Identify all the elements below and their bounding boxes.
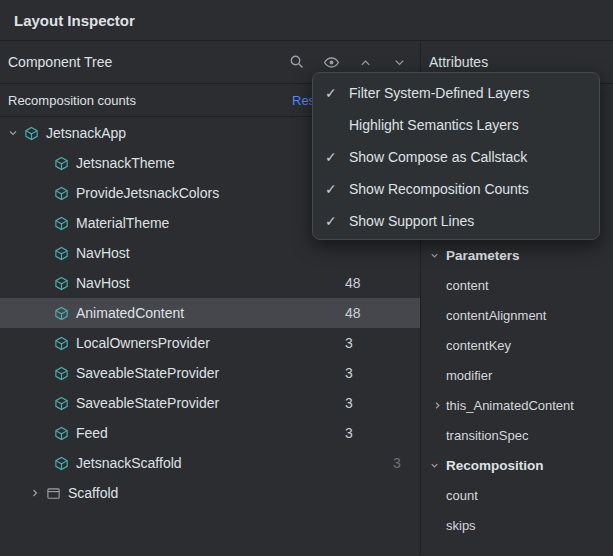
page-title: Layout Inspector: [14, 12, 135, 29]
menu-item-filter-system-defined-layers[interactable]: ✓ Filter System-Defined Layers: [313, 77, 599, 109]
tree-node-label: MaterialTheme: [76, 215, 169, 231]
tree-row-navhost-1[interactable]: NavHost: [0, 238, 420, 268]
chevron-right-icon[interactable]: [26, 484, 44, 502]
attr-label: contentAlignment: [446, 308, 546, 323]
tree-node-label: ProvideJetsnackColors: [76, 185, 219, 201]
checkmark-icon: ✓: [325, 85, 349, 101]
tree-node-label: Scaffold: [68, 485, 118, 501]
compose-node-icon: [52, 304, 70, 322]
menu-item-show-compose-as-callstack[interactable]: ✓ Show Compose as Callstack: [313, 141, 599, 173]
compose-node-icon: [52, 184, 70, 202]
tree-node-label: JetsnackScaffold: [76, 455, 182, 471]
compose-node-icon: [52, 364, 70, 382]
menu-item-show-support-lines[interactable]: ✓ Show Support Lines: [313, 205, 599, 237]
attr-label: count: [446, 488, 478, 503]
attr-row-transitionspec[interactable]: transitionSpec: [421, 420, 613, 450]
tree-row-feed[interactable]: Feed 3: [0, 418, 420, 448]
attr-row-skips[interactable]: skips: [421, 510, 613, 540]
component-tree-title: Component Tree: [8, 54, 112, 70]
compose-node-icon: [52, 334, 70, 352]
tree-node-label: JetsnackTheme: [76, 155, 175, 171]
view-options-menu: ✓ Filter System-Defined Layers Highlight…: [312, 72, 600, 240]
search-icon[interactable]: [284, 49, 310, 75]
recomposition-skips-count: 3: [393, 455, 401, 471]
chevron-right-icon[interactable]: [430, 398, 444, 412]
attr-label: this_AnimatedContent: [446, 398, 574, 413]
menu-item-show-recomposition-counts[interactable]: ✓ Show Recomposition Counts: [313, 173, 599, 205]
attr-row-count[interactable]: count: [421, 480, 613, 510]
compose-node-icon: [52, 274, 70, 292]
tree-node-label: NavHost: [76, 245, 130, 261]
recomposition-count: 48: [345, 305, 361, 321]
recomposition-count: 3: [345, 395, 353, 411]
compose-node-icon: [52, 454, 70, 472]
tree-node-label: SaveableStateProvider: [76, 365, 219, 381]
compose-node-icon: [52, 424, 70, 442]
compose-node-icon: [52, 394, 70, 412]
tree-row-localownersprovider[interactable]: LocalOwnersProvider 3: [0, 328, 420, 358]
attributes-body: Parameters content contentAlignment cont…: [421, 240, 613, 540]
compose-node-icon: [52, 214, 70, 232]
attr-row-modifier[interactable]: modifier: [421, 360, 613, 390]
attr-row-contentalignment[interactable]: contentAlignment: [421, 300, 613, 330]
attr-label: skips: [446, 518, 476, 533]
tree-node-label: NavHost: [76, 275, 130, 291]
section-title: Parameters: [446, 248, 520, 263]
chevron-down-icon[interactable]: [427, 248, 441, 262]
menu-item-label: Show Support Lines: [349, 213, 474, 229]
recomposition-section-header[interactable]: Recomposition: [421, 450, 613, 480]
recomposition-count: 3: [345, 365, 353, 381]
attr-row-contentkey[interactable]: contentKey: [421, 330, 613, 360]
menu-item-highlight-semantics-layers[interactable]: Highlight Semantics Layers: [313, 109, 599, 141]
menu-item-label: Filter System-Defined Layers: [349, 85, 530, 101]
tree-node-label: SaveableStateProvider: [76, 395, 219, 411]
window-title-bar: Layout Inspector: [0, 0, 613, 41]
attr-label: transitionSpec: [446, 428, 528, 443]
section-title: Recomposition: [446, 458, 544, 473]
attr-row-this-animatedcontent[interactable]: this_AnimatedContent: [421, 390, 613, 420]
checkmark-icon: ✓: [325, 213, 349, 229]
tree-row-saveablestateprovider-1[interactable]: SaveableStateProvider 3: [0, 358, 420, 388]
tree-node-label: Feed: [76, 425, 108, 441]
menu-item-label: Highlight Semantics Layers: [349, 117, 519, 133]
attr-label: content: [446, 278, 489, 293]
chevron-down-icon[interactable]: [4, 124, 22, 142]
parameters-section-header[interactable]: Parameters: [421, 240, 613, 270]
attr-label: contentKey: [446, 338, 511, 353]
tree-row-scaffold[interactable]: Scaffold: [0, 478, 420, 508]
compose-node-icon: [22, 124, 40, 142]
recomposition-count: 48: [345, 275, 361, 291]
tree-node-label: JetsnackApp: [46, 125, 126, 141]
tree-row-jetsnackscaffold[interactable]: JetsnackScaffold 3: [0, 448, 420, 478]
menu-item-label: Show Recomposition Counts: [349, 181, 529, 197]
checkmark-icon: ✓: [325, 181, 349, 197]
recomposition-count: 3: [345, 425, 353, 441]
tree-row-animatedcontent[interactable]: AnimatedContent 48: [0, 298, 420, 328]
tree-node-label: AnimatedContent: [76, 305, 184, 321]
menu-item-label: Show Compose as Callstack: [349, 149, 527, 165]
recomposition-counts-label: Recomposition counts: [8, 93, 136, 108]
chevron-down-icon[interactable]: [427, 458, 441, 472]
attributes-title: Attributes: [429, 54, 488, 70]
tree-row-navhost-2[interactable]: NavHost 48: [0, 268, 420, 298]
recomposition-count: 3: [345, 335, 353, 351]
checkmark-icon: ✓: [325, 149, 349, 165]
tree-row-saveablestateprovider-2[interactable]: SaveableStateProvider 3: [0, 388, 420, 418]
compose-node-icon: [52, 244, 70, 262]
compose-node-icon: [52, 154, 70, 172]
attr-row-content[interactable]: content: [421, 270, 613, 300]
scaffold-layout-icon: [44, 484, 62, 502]
attr-label: modifier: [446, 368, 492, 383]
tree-node-label: LocalOwnersProvider: [76, 335, 210, 351]
